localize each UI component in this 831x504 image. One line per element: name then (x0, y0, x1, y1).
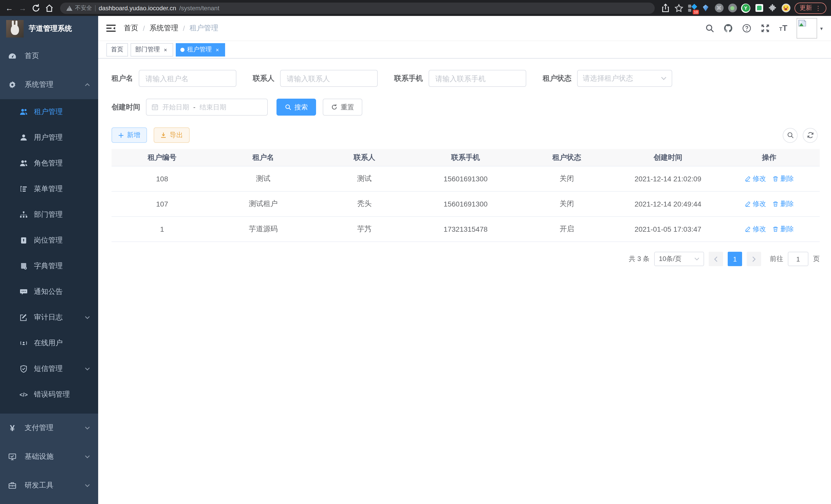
share-icon[interactable] (661, 3, 670, 12)
browser-back-icon[interactable]: ← (5, 3, 14, 12)
col-tenant-id: 租户编号 (112, 149, 213, 166)
prev-page-button[interactable] (709, 252, 723, 266)
tab-tenant[interactable]: 租户管理 × (176, 43, 225, 56)
sidebar-item-errcode[interactable]: </> 错误码管理 (0, 382, 98, 407)
extensions-puzzle-icon[interactable] (768, 3, 777, 12)
breadcrumb-home[interactable]: 首页 (124, 24, 138, 33)
extension-record-icon[interactable] (728, 3, 737, 12)
sidebar-logo-row[interactable]: 芋道管理系统 (0, 16, 98, 41)
sidebar-collapse-icon[interactable] (106, 24, 116, 33)
sidebar-item-system[interactable]: 系统管理 (0, 70, 98, 99)
font-size-icon[interactable]: TT (779, 24, 787, 33)
user-avatar-menu[interactable]: ▾ (797, 18, 823, 38)
sidebar-item-home[interactable]: 首页 (0, 41, 98, 70)
sidebar-item-pay[interactable]: ¥ 支付管理 (0, 414, 98, 442)
browser-toolbar: ← → 不安全 dashboard.yudao.iocoder.cn/syste… (0, 0, 831, 16)
help-icon[interactable] (742, 24, 751, 33)
chevron-down-icon (694, 258, 699, 261)
create-time-range-picker[interactable]: 开始日期 - 结束日期 (146, 99, 268, 116)
page-size-select[interactable]: 10条/页 (654, 252, 704, 266)
close-icon[interactable]: × (163, 47, 169, 53)
edit-link[interactable]: 修改 (744, 225, 766, 234)
delete-link[interactable]: 删除 (772, 174, 794, 183)
browser-forward-icon[interactable]: → (18, 3, 27, 12)
browser-home-icon[interactable] (45, 3, 54, 12)
extension-emoji-icon[interactable] (781, 3, 791, 12)
status-label: 租户状态 (543, 74, 571, 83)
extension-gem-icon[interactable] (701, 3, 710, 12)
url-path: /system/tenant (179, 4, 220, 11)
message-icon (20, 288, 28, 296)
extension-chat-icon[interactable] (754, 3, 764, 12)
tab-home[interactable]: 首页 (106, 43, 128, 56)
sidebar-item-menu[interactable]: 菜单管理 (0, 176, 98, 202)
sidebar-item-dept[interactable]: 部门管理 (0, 202, 98, 228)
sidebar-item-online-user[interactable]: 在线用户 (0, 330, 98, 356)
sidebar-item-audit-log[interactable]: 审计日志 (0, 305, 98, 330)
browser-update-button[interactable]: 更新 ⋮ (795, 2, 826, 13)
header-search-icon[interactable] (705, 24, 714, 33)
extension-command-icon[interactable]: ⌘ (714, 3, 724, 12)
not-secure-warning[interactable]: 不安全 (66, 4, 92, 12)
caret-down-icon: ▾ (820, 25, 823, 31)
url-host: dashboard.yudao.iocoder.cn (99, 4, 176, 11)
sidebar-item-dict[interactable]: 字典管理 (0, 253, 98, 279)
avatar-broken-image[interactable] (797, 18, 817, 38)
code-icon: </> (20, 390, 28, 399)
delete-link[interactable]: 删除 (772, 199, 794, 209)
github-icon[interactable] (724, 24, 733, 33)
sidebar-item-devtool[interactable]: 研发工具 (0, 471, 98, 500)
breadcrumb-system[interactable]: 系统管理 (149, 24, 178, 33)
goto-page-input[interactable] (788, 252, 808, 266)
sidebar-item-tenant[interactable]: 租户管理 (0, 99, 98, 125)
mobile-input[interactable] (429, 70, 526, 87)
contact-input[interactable] (280, 70, 378, 87)
start-date-placeholder: 开始日期 (163, 102, 189, 112)
refresh-button[interactable] (803, 128, 818, 143)
roles-icon (20, 159, 28, 168)
tenant-name-input[interactable] (139, 70, 236, 87)
toggle-search-button[interactable] (783, 128, 798, 143)
app-title: 芋道管理系统 (29, 24, 72, 33)
status-text: 关闭 (516, 167, 618, 191)
reset-button[interactable]: 重置 (323, 99, 362, 116)
divider (95, 5, 95, 11)
next-page-button[interactable] (747, 252, 761, 266)
chevron-down-icon (661, 77, 666, 80)
edit-link[interactable]: 修改 (744, 174, 766, 183)
address-bar[interactable]: 不安全 dashboard.yudao.iocoder.cn/system/te… (60, 2, 655, 13)
sidebar-item-role[interactable]: 角色管理 (0, 151, 98, 176)
sidebar-item-infra[interactable]: 基础设施 (0, 442, 98, 471)
status-select[interactable]: 请选择租户状态 (577, 70, 672, 87)
extension-tasks-icon[interactable]: 10 (688, 3, 697, 12)
export-button[interactable]: 导出 (154, 127, 190, 143)
end-date-placeholder: 结束日期 (200, 102, 226, 112)
delete-link[interactable]: 删除 (772, 225, 794, 234)
page-number-button[interactable]: 1 (728, 252, 742, 266)
browser-window: ← → 不安全 dashboard.yudao.iocoder.cn/syste… (0, 0, 831, 504)
chevron-down-icon (85, 316, 90, 319)
browser-reload-icon[interactable] (31, 3, 40, 12)
col-contact: 联系人 (314, 149, 415, 166)
shield-check-icon (20, 365, 28, 373)
sidebar-item-notice[interactable]: 通知公告 (0, 279, 98, 305)
not-secure-label: 不安全 (75, 4, 92, 12)
sidebar-item-post[interactable]: 岗位管理 (0, 228, 98, 253)
table-row: 1 芋道源码 芋艿 17321315478 开启 2021-01-05 17:0… (112, 217, 820, 241)
add-button[interactable]: 新增 (112, 127, 147, 143)
sidebar-item-sms[interactable]: 短信管理 (0, 356, 98, 382)
chevron-down-icon (85, 484, 90, 487)
search-button[interactable]: 搜索 (277, 99, 316, 116)
sidebar-item-user[interactable]: 用户管理 (0, 125, 98, 151)
fullscreen-icon[interactable] (761, 24, 770, 33)
top-navbar: 首页 / 系统管理 / 租户管理 (98, 16, 831, 41)
dictionary-icon (20, 262, 28, 270)
edit-link[interactable]: 修改 (744, 199, 766, 209)
extension-y-icon[interactable]: Y (741, 3, 750, 12)
chevron-down-icon (85, 426, 90, 429)
breadcrumb: 首页 / 系统管理 / 租户管理 (124, 24, 219, 33)
browser-menu-icon[interactable]: ⋮ (815, 4, 821, 11)
close-icon[interactable]: × (214, 47, 221, 53)
tab-dept[interactable]: 部门管理 × (131, 43, 173, 56)
bookmark-star-icon[interactable] (674, 3, 684, 12)
